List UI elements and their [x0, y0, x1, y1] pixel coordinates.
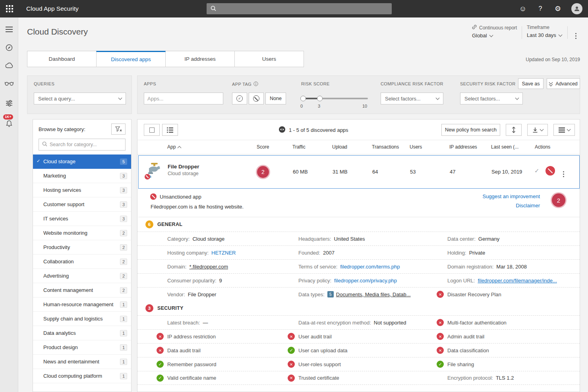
menu-icon[interactable] [0, 23, 18, 36]
tab-discovered-apps[interactable]: Discovered apps [96, 51, 166, 67]
category-item[interactable]: Human-resource management1 [33, 297, 131, 312]
slider-handle-max[interactable] [317, 96, 323, 101]
timeframe-control[interactable]: Timeframe Last 30 days [527, 25, 562, 38]
export-button[interactable] [527, 124, 548, 136]
category-item[interactable]: IT services3 [33, 212, 131, 226]
continuous-report-control[interactable]: Continuous report Global [472, 25, 517, 39]
feedback-smiley-icon[interactable] [519, 5, 527, 13]
check-circle-icon [236, 95, 243, 102]
category-search[interactable] [39, 139, 126, 151]
account-avatar[interactable] [571, 3, 582, 14]
help-icon[interactable]: ? [536, 5, 544, 13]
category-item[interactable]: Supply chain and logistics1 [33, 312, 131, 326]
column-transactions[interactable]: Transactions [372, 144, 399, 150]
category-item[interactable]: Content management2 [33, 283, 131, 297]
category-item[interactable]: Hosting services3 [33, 183, 131, 197]
alerts-bell-icon[interactable]: 1K+ [0, 118, 18, 130]
category-item-selected[interactable]: Cloud storage 5 [33, 154, 131, 169]
app-row-file-dropper[interactable]: File Dropper Cloud storage 2 60 MB 31 MB… [138, 155, 580, 189]
settings-gear-icon[interactable] [554, 5, 562, 13]
tab-dashboard[interactable]: Dashboard [27, 51, 97, 67]
column-users[interactable]: Users [410, 144, 422, 150]
category-search-input[interactable] [50, 142, 122, 147]
advanced-button[interactable]: Advanced [547, 78, 580, 89]
app-name[interactable]: File Dropper [168, 164, 199, 170]
hetzner-link[interactable]: HETZNER [211, 250, 236, 256]
suggest-improvement-link[interactable]: Suggest an improvement [482, 193, 540, 199]
column-traffic[interactable]: Traffic [292, 144, 306, 150]
security-factor-select[interactable]: Select factors... [460, 93, 523, 104]
column-upload[interactable]: Upload [332, 144, 347, 150]
columns-button[interactable] [553, 124, 575, 136]
sanction-check-icon[interactable] [534, 167, 540, 174]
risk-score-slider[interactable] [301, 96, 368, 101]
category-item[interactable]: Cloud computing platform1 [33, 369, 131, 383]
category-item[interactable]: Productivity2 [33, 240, 131, 255]
tab-users[interactable]: Users [234, 51, 304, 67]
row-menu-icon[interactable] [563, 168, 564, 174]
none-filter-button[interactable]: None [265, 93, 286, 104]
app-details-summary: Unsanctioned app Filedropper.com is a fi… [138, 189, 580, 217]
detail-row: Vendor:File Dropper Data types:5Document… [137, 287, 580, 301]
security-section-header: 3 SECURITY [137, 301, 580, 315]
column-ip-addresses[interactable]: IP addresses [449, 144, 477, 150]
domain-link[interactable]: *.filedropper.com [189, 264, 228, 270]
category-item[interactable]: Advertising2 [33, 269, 131, 283]
header-divider [522, 26, 522, 39]
slider-handle-min[interactable] [300, 96, 306, 101]
logon-url-link[interactable]: filedropper.com/filemanager/inde... [478, 278, 557, 284]
category-item[interactable]: Marketing3 [33, 169, 131, 183]
privacy-link[interactable]: filedropper.com/privacy.php [334, 278, 397, 284]
x-circle-icon [288, 333, 295, 340]
field-logon-url: Logon URL:filedropper.com/filemanager/in… [437, 278, 580, 284]
data-types-link[interactable]: Documents, Media files, Datab... [336, 292, 411, 297]
general-section-title: GENERAL [157, 222, 182, 227]
cloud-icon[interactable] [0, 59, 18, 71]
save-as-button[interactable]: Save as [518, 78, 544, 89]
clear-filter-button[interactable] [111, 124, 126, 135]
column-last-seen[interactable]: Last seen (... [491, 144, 518, 150]
category-list: Cloud storage 5 Marketing3 Hosting servi… [33, 154, 131, 383]
terms-link[interactable]: filedropper.com/terms.php [340, 264, 400, 270]
unsanctioned-filter-button[interactable] [249, 93, 264, 104]
security-count-badge: 3 [145, 304, 153, 312]
header-more-menu-icon[interactable] [572, 29, 580, 39]
category-item[interactable]: Website monitoring2 [33, 226, 131, 240]
x-circle-icon [288, 375, 295, 382]
category-item[interactable]: Collaboration2 [33, 255, 131, 269]
row-height-button[interactable] [506, 124, 522, 136]
compliance-select[interactable]: Select factors... [381, 93, 443, 104]
table-toolbar: 1 - 5 of 5 discovered apps New policy fr… [137, 120, 580, 140]
funnel-clear-icon [115, 126, 122, 132]
query-select[interactable]: Select a query... [34, 93, 126, 104]
category-item[interactable]: Data analytics1 [33, 326, 131, 340]
select-all-button[interactable] [144, 124, 160, 136]
new-policy-button[interactable]: New policy from search [441, 124, 500, 136]
detail-row: Domain:*.filedropper.com Terms of servic… [137, 259, 580, 273]
tab-ip-addresses[interactable]: IP addresses [165, 51, 235, 67]
category-item[interactable]: Customer support3 [33, 197, 131, 212]
category-panel: Browse by category: Cloud storage 5 Mark… [33, 119, 132, 392]
global-search[interactable] [207, 3, 392, 14]
app-details: 6 GENERAL Category:Cloud storage Headqua… [137, 217, 580, 385]
apps-filter-input-wrap[interactable] [144, 93, 223, 104]
column-score[interactable]: Score [257, 144, 269, 150]
risk-mid-label: 3 [318, 104, 320, 108]
top-app-bar: Cloud App Security ? [0, 0, 588, 17]
flag-user-audit: User audit trail [288, 333, 437, 340]
discover-glasses-icon[interactable] [0, 77, 18, 90]
sanctioned-filter-button[interactable] [232, 93, 247, 104]
category-item[interactable]: Product design1 [33, 340, 131, 355]
list-view-button[interactable] [162, 124, 178, 136]
app-launcher-icon[interactable] [6, 5, 14, 13]
x-circle-icon [288, 361, 295, 368]
apps-filter-input[interactable] [147, 96, 220, 102]
browse-by-category-label: Browse by category: [39, 126, 85, 132]
column-app[interactable]: App [167, 144, 181, 150]
global-search-input[interactable] [219, 6, 388, 12]
policies-sliders-icon[interactable] [0, 97, 18, 110]
disclaimer-link[interactable]: Disclaimer [516, 203, 540, 209]
unsanction-action-icon[interactable] [545, 166, 555, 176]
dashboard-compass-icon[interactable] [0, 41, 18, 54]
category-item[interactable]: News and entertainment1 [33, 355, 131, 369]
